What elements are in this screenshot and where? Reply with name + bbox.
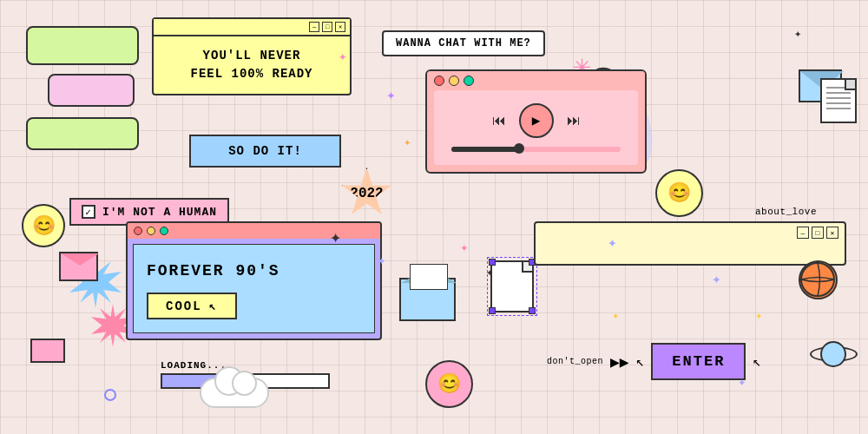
about-love-title-bar: — □ ✕ <box>536 223 845 242</box>
speech-bubble-1 <box>26 26 139 65</box>
sel-handle-br <box>529 307 536 314</box>
cursor-arrow-icon: ↖ <box>636 353 645 371</box>
sparkle-4: ✦ <box>330 226 341 249</box>
progress-bar[interactable] <box>451 147 621 152</box>
about-love-window: — □ ✕ <box>534 221 846 266</box>
sel-handle-bl <box>489 307 496 314</box>
enter-button[interactable]: ENTER <box>651 343 746 380</box>
win-90s-body: FOREVER 90'S COOL ↖ <box>133 244 375 333</box>
win90s-dot-yellow <box>147 227 155 235</box>
progress-fill <box>451 147 519 152</box>
planet-saturn <box>812 339 855 369</box>
prev-button[interactable]: ⏮ <box>492 113 506 129</box>
media-title-bar <box>427 71 645 90</box>
win-minimize-btn[interactable]: — <box>309 22 319 32</box>
forever-90s-window: FOREVER 90'S COOL ↖ <box>126 221 382 340</box>
so-do-it-text: SO DO IT! <box>228 144 302 158</box>
about-love-label: about_love <box>755 207 817 217</box>
wanna-chat-text: WANNA CHAT WITH ME? <box>396 37 531 49</box>
media-player-window: ⏮ ▶ ⏭ <box>425 69 647 174</box>
win-maximize-btn[interactable]: □ <box>322 22 332 32</box>
file-line-4 <box>826 102 851 104</box>
win-90s-title-bar <box>128 223 380 239</box>
sticker-2022-text: 20 22 <box>341 168 393 220</box>
smiley-right-yellow: 😊 <box>655 169 703 217</box>
smiley-left: 😊 <box>22 204 65 247</box>
svg-point-0 <box>801 263 834 296</box>
cursor-icon: ↖ <box>209 299 218 313</box>
so-do-it-box: SO DO IT! <box>189 135 341 168</box>
sparkle-11: ✦ <box>378 252 386 269</box>
sticker-2022: 20 22 <box>339 165 395 221</box>
sparkle-1: ✦ <box>386 85 396 104</box>
progress-dot <box>514 143 524 154</box>
smiley-bottom-pink: 😊 <box>425 360 473 408</box>
sparkle-8: ✦ <box>712 269 721 288</box>
win-close-btn[interactable]: ✕ <box>335 22 345 32</box>
cursor-after-enter-icon: ↖ <box>753 353 761 371</box>
arrows-icon: ▶▶ <box>610 352 629 372</box>
sparkle-6: ✦ <box>486 265 493 279</box>
envelope-pink-small <box>30 339 65 363</box>
about-love-body <box>536 242 845 264</box>
sparkle-7: ✦ <box>608 233 617 252</box>
basketball-decoration <box>799 260 838 299</box>
cloud-decoration <box>200 378 269 408</box>
motivational-line1: YOU'LL NEVER <box>162 47 341 65</box>
sticker-year-top: 20 <box>350 187 366 201</box>
cool-button[interactable]: COOL ↖ <box>147 293 237 319</box>
media-dot-red <box>434 76 444 86</box>
main-scene: — □ ✕ YOU'LL NEVER FEEL 100% READY SO DO… <box>0 0 868 434</box>
win-title-bar: — □ ✕ <box>154 19 350 36</box>
sparkle-2: ✦ <box>404 135 411 149</box>
win90s-dot-green <box>160 227 168 235</box>
about-maximize-btn[interactable]: □ <box>812 227 824 239</box>
speech-bubble-2 <box>48 74 135 107</box>
open-envelope-center <box>399 278 456 321</box>
about-love-btns: — □ ✕ <box>797 227 838 239</box>
play-button[interactable]: ▶ <box>519 103 554 138</box>
envelope-pink-left <box>59 252 98 281</box>
forever-90s-text: FOREVER 90'S <box>147 262 361 279</box>
file-line-3 <box>826 97 851 99</box>
cool-btn-label: COOL <box>166 299 202 313</box>
media-controls: ⏮ ▶ ⏭ <box>451 103 621 138</box>
sparkle-btm-right: ✦ <box>738 373 746 391</box>
sparkle-3: ✦ <box>339 48 347 65</box>
next-button[interactable]: ⏭ <box>567 113 581 129</box>
speech-bubble-3 <box>26 117 139 150</box>
motivational-text: YOU'LL NEVER FEEL 100% READY <box>154 36 350 94</box>
sparkle-black-tr: ✦ <box>794 26 801 41</box>
file-line-2 <box>826 92 851 94</box>
loading-label: LOADING... <box>161 360 330 371</box>
sticker-year-bot: 22 <box>367 187 384 201</box>
file-fold <box>845 80 855 90</box>
enter-section: don't_open ▶▶ ↖ ENTER ↖ <box>547 343 761 380</box>
checkbox-box[interactable]: ✓ <box>82 205 95 219</box>
motivational-window: — □ ✕ YOU'LL NEVER FEEL 100% READY <box>152 17 352 95</box>
win90s-dot-red <box>134 227 142 235</box>
cloud-shape <box>200 378 269 408</box>
selected-document <box>490 260 534 312</box>
file-line-5 <box>826 108 851 109</box>
media-dot-yellow <box>449 76 459 86</box>
blue-circle-decoration <box>104 389 116 401</box>
planet-body <box>820 341 846 367</box>
dont-open-label: don't_open <box>547 357 603 366</box>
media-dot-green <box>464 76 474 86</box>
document-top-right <box>820 78 857 123</box>
open-envelope-letter <box>410 264 448 290</box>
not-human-label: I'M NOT A HUMAN <box>102 206 217 219</box>
motivational-line2: FEEL 100% READY <box>162 65 341 83</box>
about-minimize-btn[interactable]: — <box>797 227 809 239</box>
media-body: ⏮ ▶ ⏭ <box>434 90 638 165</box>
sparkle-9: ✦ <box>755 308 762 323</box>
sparkle-5: ✦ <box>460 239 469 256</box>
sparkle-10: ✦ <box>612 308 619 323</box>
about-close-btn[interactable]: ✕ <box>826 227 838 239</box>
sel-doc-page <box>490 260 534 312</box>
wanna-chat-bubble: WANNA CHAT WITH ME? <box>382 30 545 56</box>
envelope-flap-left <box>61 253 99 266</box>
